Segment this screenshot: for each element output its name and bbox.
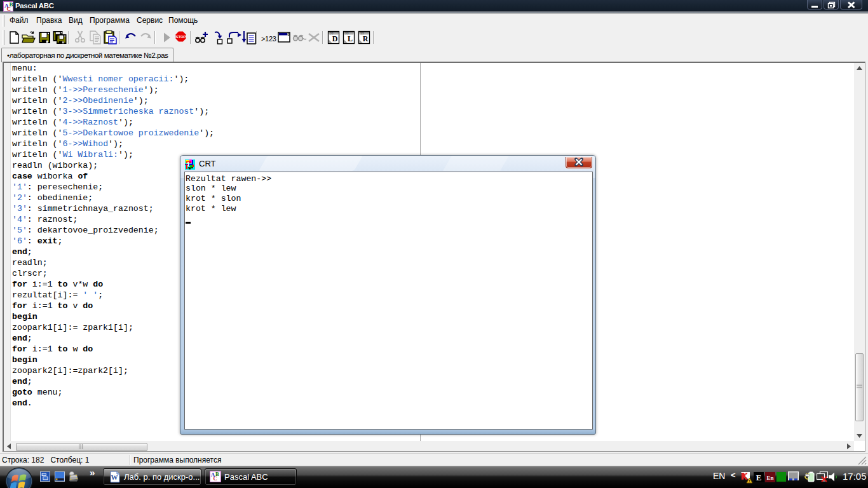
svg-text:C: C xyxy=(214,475,217,482)
svg-text:??: ?? xyxy=(330,32,334,36)
svg-text:!: ! xyxy=(749,479,750,483)
svg-text:??: ?? xyxy=(360,32,364,36)
svg-text:STOP: STOP xyxy=(175,35,186,39)
svg-text:R: R xyxy=(363,34,369,43)
svg-text:W: W xyxy=(111,473,118,481)
svg-text:E: E xyxy=(756,473,762,482)
svg-text:L: L xyxy=(348,34,353,43)
svg-text:En: En xyxy=(766,475,773,481)
svg-text:D: D xyxy=(332,34,338,43)
svg-text:??: ?? xyxy=(345,32,349,36)
